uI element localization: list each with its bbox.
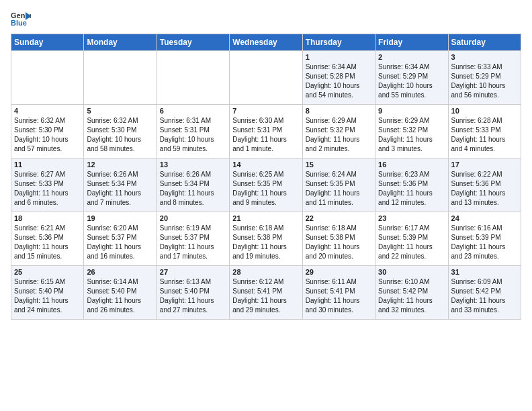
day-info: Sunrise: 6:11 AM Sunset: 5:41 PM Dayligh…	[306, 277, 372, 315]
day-number: 29	[306, 268, 372, 276]
calendar-week-row: 25Sunrise: 6:15 AM Sunset: 5:40 PM Dayli…	[11, 266, 521, 320]
logo-icon: General Blue	[11, 11, 31, 27]
calendar-cell: 30Sunrise: 6:10 AM Sunset: 5:42 PM Dayli…	[375, 266, 448, 320]
day-number: 18	[14, 214, 81, 222]
logo: General Blue	[11, 11, 31, 27]
header: General Blue	[11, 11, 521, 27]
calendar-cell: 21Sunrise: 6:18 AM Sunset: 5:38 PM Dayli…	[230, 212, 302, 266]
day-info: Sunrise: 6:21 AM Sunset: 5:36 PM Dayligh…	[14, 224, 81, 261]
calendar-cell: 4Sunrise: 6:32 AM Sunset: 5:30 PM Daylig…	[11, 105, 84, 158]
calendar-cell	[230, 51, 302, 105]
day-number: 20	[160, 214, 226, 222]
calendar-header-row: SundayMondayTuesdayWednesdayThursdayFrid…	[11, 34, 521, 51]
calendar-cell: 2Sunrise: 6:34 AM Sunset: 5:29 PM Daylig…	[375, 51, 448, 105]
calendar-cell	[157, 51, 229, 105]
day-info: Sunrise: 6:10 AM Sunset: 5:42 PM Dayligh…	[378, 277, 445, 315]
weekday-header: Monday	[84, 34, 157, 51]
day-info: Sunrise: 6:12 AM Sunset: 5:41 PM Dayligh…	[232, 277, 299, 315]
calendar-week-row: 11Sunrise: 6:27 AM Sunset: 5:33 PM Dayli…	[11, 158, 521, 212]
calendar-cell: 7Sunrise: 6:30 AM Sunset: 5:31 PM Daylig…	[230, 105, 302, 158]
day-info: Sunrise: 6:15 AM Sunset: 5:40 PM Dayligh…	[14, 277, 81, 315]
calendar-cell: 24Sunrise: 6:16 AM Sunset: 5:39 PM Dayli…	[448, 212, 521, 266]
day-info: Sunrise: 6:09 AM Sunset: 5:42 PM Dayligh…	[451, 277, 518, 315]
day-info: Sunrise: 6:29 AM Sunset: 5:32 PM Dayligh…	[378, 116, 445, 154]
day-number: 22	[306, 214, 372, 222]
day-info: Sunrise: 6:23 AM Sunset: 5:36 PM Dayligh…	[378, 170, 445, 208]
calendar-cell: 13Sunrise: 6:26 AM Sunset: 5:34 PM Dayli…	[157, 158, 229, 212]
day-number: 16	[378, 161, 445, 169]
day-number: 5	[87, 107, 153, 115]
calendar-cell: 5Sunrise: 6:32 AM Sunset: 5:30 PM Daylig…	[84, 105, 157, 158]
calendar-cell: 14Sunrise: 6:25 AM Sunset: 5:35 PM Dayli…	[230, 158, 302, 212]
day-number: 12	[87, 161, 153, 169]
calendar-cell: 10Sunrise: 6:28 AM Sunset: 5:33 PM Dayli…	[448, 105, 521, 158]
day-number: 23	[378, 214, 445, 222]
day-number: 15	[306, 161, 372, 169]
day-number: 28	[232, 268, 299, 276]
calendar-cell: 11Sunrise: 6:27 AM Sunset: 5:33 PM Dayli…	[11, 158, 84, 212]
day-info: Sunrise: 6:31 AM Sunset: 5:31 PM Dayligh…	[160, 116, 226, 154]
day-number: 19	[87, 214, 153, 222]
weekday-header: Sunday	[11, 34, 84, 51]
day-info: Sunrise: 6:28 AM Sunset: 5:33 PM Dayligh…	[451, 116, 518, 154]
calendar-body: 1Sunrise: 6:34 AM Sunset: 5:28 PM Daylig…	[11, 51, 521, 320]
calendar-cell: 1Sunrise: 6:34 AM Sunset: 5:28 PM Daylig…	[302, 51, 375, 105]
day-number: 26	[87, 268, 153, 276]
day-number: 25	[14, 268, 81, 276]
day-number: 7	[232, 107, 299, 115]
day-number: 17	[451, 161, 518, 169]
calendar-week-row: 4Sunrise: 6:32 AM Sunset: 5:30 PM Daylig…	[11, 105, 521, 158]
calendar-cell: 23Sunrise: 6:17 AM Sunset: 5:39 PM Dayli…	[375, 212, 448, 266]
calendar-cell: 18Sunrise: 6:21 AM Sunset: 5:36 PM Dayli…	[11, 212, 84, 266]
calendar-cell: 27Sunrise: 6:13 AM Sunset: 5:40 PM Dayli…	[157, 266, 229, 320]
calendar-week-row: 18Sunrise: 6:21 AM Sunset: 5:36 PM Dayli…	[11, 212, 521, 266]
calendar-cell: 6Sunrise: 6:31 AM Sunset: 5:31 PM Daylig…	[157, 105, 229, 158]
calendar-cell: 17Sunrise: 6:22 AM Sunset: 5:36 PM Dayli…	[448, 158, 521, 212]
weekday-header: Tuesday	[157, 34, 229, 51]
day-number: 11	[14, 161, 81, 169]
svg-text:Blue: Blue	[11, 19, 27, 27]
calendar-week-row: 1Sunrise: 6:34 AM Sunset: 5:28 PM Daylig…	[11, 51, 521, 105]
day-number: 6	[160, 107, 226, 115]
day-info: Sunrise: 6:14 AM Sunset: 5:40 PM Dayligh…	[87, 277, 153, 315]
day-number: 21	[232, 214, 299, 222]
calendar-cell: 3Sunrise: 6:33 AM Sunset: 5:29 PM Daylig…	[448, 51, 521, 105]
day-info: Sunrise: 6:13 AM Sunset: 5:40 PM Dayligh…	[160, 277, 226, 315]
day-info: Sunrise: 6:19 AM Sunset: 5:37 PM Dayligh…	[160, 224, 226, 261]
day-info: Sunrise: 6:29 AM Sunset: 5:32 PM Dayligh…	[306, 116, 372, 154]
weekday-header: Wednesday	[230, 34, 302, 51]
day-number: 1	[306, 53, 372, 61]
day-number: 13	[160, 161, 226, 169]
calendar-cell: 26Sunrise: 6:14 AM Sunset: 5:40 PM Dayli…	[84, 266, 157, 320]
day-number: 14	[232, 161, 299, 169]
day-info: Sunrise: 6:25 AM Sunset: 5:35 PM Dayligh…	[232, 170, 299, 208]
calendar-table: SundayMondayTuesdayWednesdayThursdayFrid…	[11, 34, 521, 320]
calendar-cell: 12Sunrise: 6:26 AM Sunset: 5:34 PM Dayli…	[84, 158, 157, 212]
day-number: 31	[451, 268, 518, 276]
day-info: Sunrise: 6:30 AM Sunset: 5:31 PM Dayligh…	[232, 116, 299, 154]
calendar-cell: 15Sunrise: 6:24 AM Sunset: 5:35 PM Dayli…	[302, 158, 375, 212]
day-number: 10	[451, 107, 518, 115]
calendar-cell: 25Sunrise: 6:15 AM Sunset: 5:40 PM Dayli…	[11, 266, 84, 320]
day-info: Sunrise: 6:26 AM Sunset: 5:34 PM Dayligh…	[87, 170, 153, 208]
calendar-cell	[11, 51, 84, 105]
day-info: Sunrise: 6:24 AM Sunset: 5:35 PM Dayligh…	[306, 170, 372, 208]
calendar-cell	[84, 51, 157, 105]
day-info: Sunrise: 6:32 AM Sunset: 5:30 PM Dayligh…	[14, 116, 81, 154]
weekday-header: Saturday	[448, 34, 521, 51]
day-number: 3	[451, 53, 518, 61]
day-info: Sunrise: 6:26 AM Sunset: 5:34 PM Dayligh…	[160, 170, 226, 208]
day-number: 9	[378, 107, 445, 115]
weekday-header: Friday	[375, 34, 448, 51]
calendar-cell: 9Sunrise: 6:29 AM Sunset: 5:32 PM Daylig…	[375, 105, 448, 158]
calendar-cell: 20Sunrise: 6:19 AM Sunset: 5:37 PM Dayli…	[157, 212, 229, 266]
day-info: Sunrise: 6:34 AM Sunset: 5:28 PM Dayligh…	[306, 62, 372, 100]
day-info: Sunrise: 6:32 AM Sunset: 5:30 PM Dayligh…	[87, 116, 153, 154]
calendar-cell: 19Sunrise: 6:20 AM Sunset: 5:37 PM Dayli…	[84, 212, 157, 266]
weekday-header: Thursday	[302, 34, 375, 51]
day-info: Sunrise: 6:22 AM Sunset: 5:36 PM Dayligh…	[451, 170, 518, 208]
day-info: Sunrise: 6:18 AM Sunset: 5:38 PM Dayligh…	[232, 224, 299, 261]
day-info: Sunrise: 6:33 AM Sunset: 5:29 PM Dayligh…	[451, 62, 518, 100]
day-number: 30	[378, 268, 445, 276]
day-number: 8	[306, 107, 372, 115]
